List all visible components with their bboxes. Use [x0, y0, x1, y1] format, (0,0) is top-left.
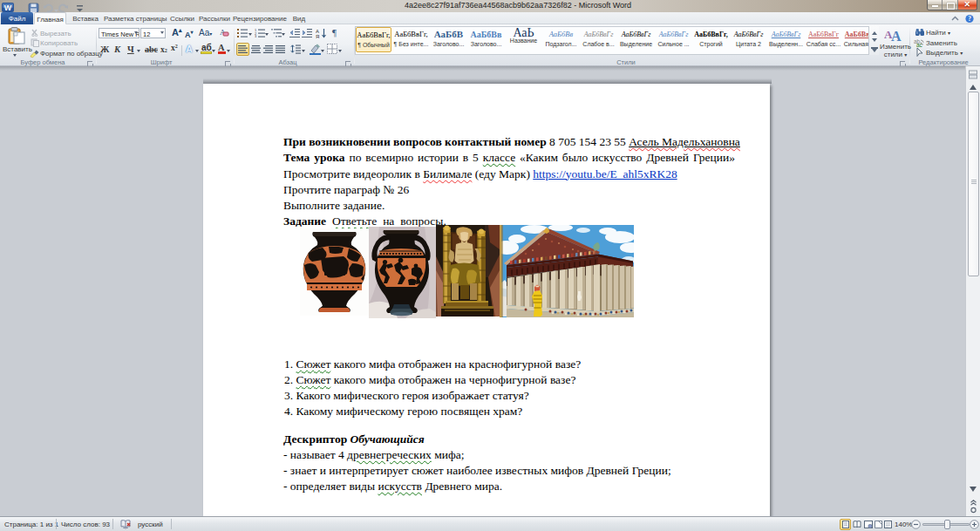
svg-text:W: W [4, 3, 12, 12]
svg-text:A: A [891, 29, 902, 42]
svg-text:Я: Я [316, 34, 319, 38]
svg-text:3: 3 [255, 34, 257, 37]
svg-text:?: ? [968, 15, 971, 23]
